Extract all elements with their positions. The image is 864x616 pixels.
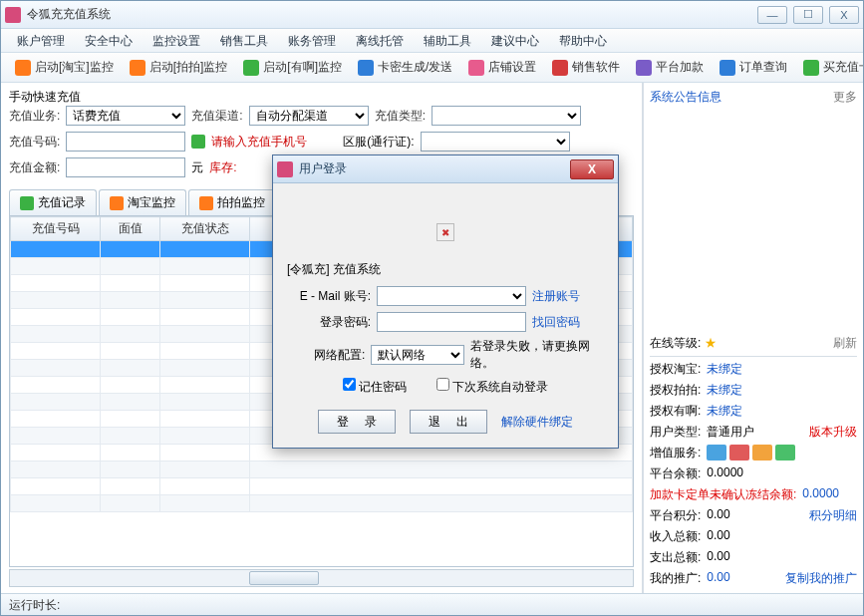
- remember-input[interactable]: [343, 378, 356, 391]
- tb-buy-card[interactable]: 买充值卡: [797, 57, 863, 78]
- tab-recharge[interactable]: 充值记录: [9, 189, 97, 215]
- zone-select[interactable]: [421, 132, 570, 152]
- tb-paipai-monitor[interactable]: 启动[拍拍]监控: [124, 57, 234, 78]
- net-select[interactable]: 默认网络: [371, 345, 464, 365]
- card-icon: [358, 60, 374, 76]
- maximize-button[interactable]: ☐: [793, 6, 823, 24]
- auth-tb-link[interactable]: 未绑定: [707, 361, 742, 378]
- balance-label: 平台余额:: [650, 465, 701, 482]
- vas-icon-3[interactable]: [752, 445, 772, 461]
- biz-select[interactable]: 话费充值: [66, 106, 185, 126]
- register-link[interactable]: 注册账号: [532, 288, 580, 305]
- menu-security[interactable]: 安全中心: [75, 29, 143, 52]
- order-icon: [720, 60, 735, 76]
- dialog-body: ✖ [令狐充] 充值系统 E - Mail 账号: 注册账号 登录密码: 找回密…: [273, 183, 618, 448]
- table-row[interactable]: [11, 478, 633, 495]
- channel-select[interactable]: 自动分配渠道: [249, 106, 369, 126]
- taobao-tab-icon: [110, 196, 124, 210]
- statusbar: 运行时长:: [1, 593, 863, 615]
- menu-offline[interactable]: 离线托管: [346, 29, 414, 52]
- menu-aux[interactable]: 辅助工具: [414, 29, 481, 52]
- auth-ya-link[interactable]: 未绑定: [707, 403, 742, 420]
- vas-icon-1[interactable]: [707, 445, 726, 461]
- level-label: 在线等级:: [650, 336, 701, 350]
- menu-account[interactable]: 账户管理: [7, 29, 75, 52]
- minimize-button[interactable]: —: [757, 6, 787, 24]
- tb-order-query[interactable]: 订单查询: [714, 57, 793, 78]
- tab-paipai[interactable]: 拍拍监控: [188, 189, 276, 215]
- notice-title[interactable]: 系统公告信息: [650, 89, 721, 106]
- amt-input[interactable]: [66, 157, 185, 177]
- addfund-icon: [636, 60, 652, 76]
- runtime-label: 运行时长:: [9, 598, 60, 612]
- findpwd-link[interactable]: 找回密码: [532, 314, 580, 331]
- pwd-input[interactable]: [377, 312, 526, 332]
- main-window: 令狐充充值系统 — ☐ X 账户管理 安全中心 监控设置 销售工具 账务管理 离…: [0, 0, 864, 616]
- table-row[interactable]: [11, 462, 633, 478]
- login-dialog: 用户登录 X ✖ [令狐充] 充值系统 E - Mail 账号: 注册账号 登录…: [272, 154, 619, 449]
- plus-icon[interactable]: [191, 135, 205, 149]
- tab-taobao[interactable]: 淘宝监控: [99, 189, 186, 215]
- unbind-link[interactable]: 解除硬件绑定: [501, 414, 573, 431]
- type-select[interactable]: [432, 106, 581, 126]
- menu-monitor[interactable]: 监控设置: [143, 29, 210, 52]
- tb-youa-monitor[interactable]: 启动[有啊]监控: [237, 57, 348, 78]
- menu-help[interactable]: 帮助中心: [549, 29, 617, 52]
- tb-cardkey[interactable]: 卡密生成/发送: [352, 57, 458, 78]
- points-value: 0.00: [707, 507, 729, 524]
- quick-recharge-title: 手动快速充值: [9, 89, 634, 106]
- table-row[interactable]: [11, 495, 633, 512]
- amt-unit: 元: [191, 159, 203, 176]
- num-hint: 请输入充值手机号: [211, 134, 307, 151]
- col-number[interactable]: 充值号码: [11, 217, 101, 241]
- vas-icons: [707, 445, 795, 462]
- channel-label: 充值渠道:: [191, 108, 242, 125]
- auto-checkbox[interactable]: 下次系统自动登录: [436, 378, 548, 396]
- close-button[interactable]: X: [829, 6, 859, 24]
- refresh-link[interactable]: 刷新: [833, 335, 857, 352]
- paipai-tab-icon: [199, 196, 213, 210]
- auth-pp-link[interactable]: 未绑定: [707, 382, 742, 399]
- tb-taobao-monitor[interactable]: 启动[淘宝]监控: [9, 57, 120, 78]
- tb-shop-settings[interactable]: 店铺设置: [462, 57, 542, 78]
- notice-more[interactable]: 更多: [833, 89, 857, 106]
- promo-value[interactable]: 0.00: [707, 570, 729, 587]
- col-status[interactable]: 充值状态: [160, 217, 250, 241]
- exit-button[interactable]: 退 出: [410, 410, 487, 434]
- net-hint: 若登录失败，请更换网络。: [470, 338, 604, 372]
- sales-icon: [552, 60, 568, 76]
- upgrade-link[interactable]: 版本升级: [809, 424, 857, 441]
- menu-suggest[interactable]: 建议中心: [481, 29, 549, 52]
- scroll-thumb[interactable]: [249, 571, 319, 585]
- window-title: 令狐充充值系统: [27, 6, 757, 23]
- promo-copy[interactable]: 复制我的推广: [785, 570, 857, 587]
- youa-icon: [243, 60, 259, 76]
- frozen-label: 加款卡定单未确认冻结余额:: [650, 486, 796, 503]
- menu-finance[interactable]: 账务管理: [278, 29, 346, 52]
- h-scrollbar[interactable]: [9, 569, 634, 587]
- auto-input[interactable]: [436, 378, 449, 391]
- taobao-icon: [15, 60, 31, 76]
- user-type-value: 普通用户: [707, 424, 754, 441]
- menu-sales[interactable]: 销售工具: [210, 29, 278, 52]
- login-button[interactable]: 登 录: [318, 410, 396, 434]
- col-face[interactable]: 面值: [101, 217, 160, 241]
- vas-icon-2[interactable]: [729, 445, 749, 461]
- biz-label: 充值业务:: [9, 108, 60, 125]
- points-detail[interactable]: 积分明细: [809, 507, 857, 524]
- shop-icon: [468, 60, 484, 76]
- expense-label: 支出总额:: [650, 549, 701, 566]
- tb-sales-software[interactable]: 销售软件: [546, 57, 626, 78]
- remember-checkbox[interactable]: 记住密码: [343, 378, 407, 396]
- email-input[interactable]: [377, 286, 526, 306]
- window-buttons: — ☐ X: [757, 6, 859, 24]
- dialog-close-button[interactable]: X: [570, 159, 614, 179]
- expense-value: 0.00: [707, 549, 729, 566]
- right-pane: 系统公告信息 更多 在线等级: ★ 刷新 授权淘宝:未绑定 授权拍拍:未绑定 授…: [644, 83, 863, 593]
- tb-platform-add[interactable]: 平台加款: [630, 57, 710, 78]
- vas-icon-4[interactable]: [775, 445, 795, 461]
- zone-label: 区服(通行证):: [343, 134, 414, 151]
- num-input[interactable]: [66, 132, 185, 152]
- email-label: E - Mail 账号:: [287, 288, 371, 305]
- dialog-titlebar: 用户登录 X: [273, 155, 618, 183]
